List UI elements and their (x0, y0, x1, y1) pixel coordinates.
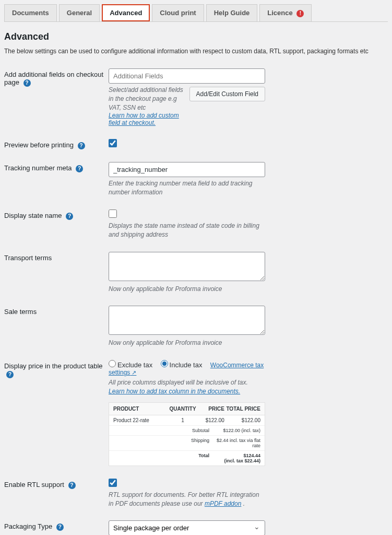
packaging-select[interactable]: Single package per order (109, 520, 265, 535)
tracking-desc: Enter the tracking number meta field to … (109, 179, 265, 197)
include-tax-radio[interactable] (161, 360, 168, 367)
learn-tax-link[interactable]: Learn how to add tax column in the docum… (109, 388, 240, 395)
help-icon[interactable]: ? (78, 142, 85, 149)
state-name-desc: Displays the state name instead of state… (109, 222, 265, 239)
tab-help-guide[interactable]: Help Guide (206, 4, 258, 21)
rtl-checkbox[interactable] (109, 479, 117, 487)
transport-desc: Now only applicable for Proforma invoice (109, 285, 265, 294)
transport-textarea[interactable] (109, 252, 265, 281)
col-price: PRICE (197, 406, 224, 412)
col-product: PRODUCT (113, 406, 169, 412)
tab-advanced[interactable]: Advanced (102, 4, 150, 21)
page-title: Advanced (4, 31, 388, 42)
tracking-label: Tracking number meta (4, 164, 72, 172)
help-icon[interactable]: ? (56, 524, 64, 531)
learn-custom-field-link[interactable]: Learn how to add custom field at checkou… (109, 112, 179, 126)
help-icon[interactable]: ? (23, 79, 31, 87)
sale-textarea[interactable] (109, 306, 265, 335)
additional-fields-input[interactable] (109, 68, 265, 84)
preview-label: Preview before printing (4, 141, 74, 149)
tab-licence-label: Licence (267, 9, 292, 17)
help-icon[interactable]: ? (66, 213, 73, 220)
settings-tabs: Documents General Advanced Cloud print H… (4, 4, 388, 22)
mpdf-addon-link[interactable]: mPDF addon (205, 500, 241, 507)
price-table-label: Display price in the product table (4, 362, 103, 370)
state-name-checkbox[interactable] (109, 210, 117, 218)
tracking-input[interactable] (109, 162, 265, 177)
sale-label: Sale terms (4, 308, 37, 316)
preview-checkbox[interactable] (109, 139, 117, 147)
warning-icon: ! (296, 10, 304, 17)
help-icon[interactable]: ? (68, 482, 76, 489)
cell-product: Product 22-rate (113, 417, 169, 423)
add-edit-custom-field-button[interactable]: Add/Edit Custom Field (189, 87, 265, 101)
intro-text: The below settings can be used to config… (4, 48, 388, 55)
tab-general[interactable]: General (59, 4, 100, 21)
rtl-label: Enable RTL support (4, 481, 64, 489)
state-name-label: Display state name (4, 212, 62, 219)
cell-total: $122.00 (224, 417, 260, 423)
help-icon[interactable]: ? (76, 165, 83, 172)
tab-documents[interactable]: Documents (4, 4, 57, 21)
tab-cloud-print[interactable]: Cloud print (152, 4, 204, 21)
packaging-label: Packaging Type (4, 522, 52, 530)
additional-fields-desc: Select/add additional fields in the chec… (109, 86, 185, 112)
cell-price: $122.00 (197, 417, 224, 423)
tab-licence[interactable]: Licence ! (259, 4, 312, 21)
transport-label: Transport terms (4, 254, 52, 262)
help-icon[interactable]: ? (6, 371, 14, 378)
exclude-tax-radio[interactable] (109, 360, 116, 367)
sale-desc: Now only applicable for Proforma invoice (109, 339, 265, 347)
price-desc-prefix: All price columns displayed will be incl… (109, 379, 248, 386)
cell-qty: 1 (169, 417, 196, 423)
include-tax-option[interactable]: Include tax (161, 361, 203, 369)
price-preview-table: PRODUCT QUANTITY PRICE TOTAL PRICE Produ… (109, 402, 265, 466)
col-qty: QUANTITY (169, 406, 196, 412)
col-total: TOTAL PRICE (224, 406, 260, 412)
exclude-tax-option[interactable]: Exclude tax (109, 361, 152, 369)
additional-fields-label: Add additional fields on checkout page (4, 71, 103, 86)
